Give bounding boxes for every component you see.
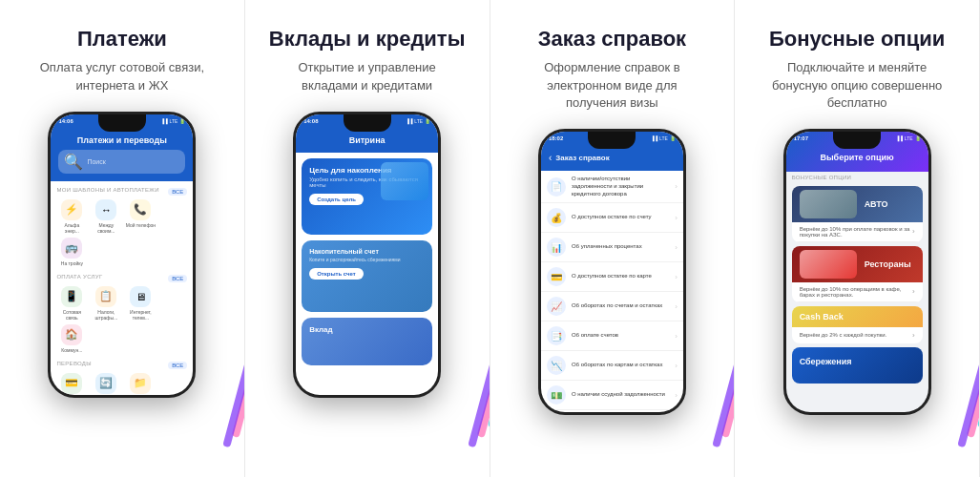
status-icons-2: ▐▐ LTE 🔋 [406, 118, 430, 124]
cert-item-4[interactable]: 📈 Об оборотах по счетам и остатках › [541, 292, 683, 321]
status-icons-3: ▐▐ LTE 🔋 [651, 135, 676, 141]
card-savings-goal[interactable]: Цель для накопления Удобно копить и след… [302, 158, 432, 235]
bonus-card-avto[interactable]: АВТО Вернём до 10% при оплате парковок и… [792, 186, 923, 242]
time-3: 18:02 [549, 135, 563, 141]
phone-mockup-bonus: 17:07 ▐▐ LTE 🔋 Выберите опцию БОНУСНЫЕ О… [783, 129, 931, 415]
cert-item-7[interactable]: 💵 О наличии ссудной задолженности › [541, 381, 683, 410]
time-4: 17:07 [794, 135, 808, 141]
status-bar-1: 14:06 ▐▐ LTE 🔋 [51, 114, 193, 124]
cert-chevron-6: › [675, 362, 678, 370]
cert-chevron-4: › [675, 302, 678, 311]
cert-text-7: О наличии ссудной задолженности [572, 391, 669, 399]
panel-payments: Платежи Оплата услуг сотовой связи, инте… [0, 0, 245, 477]
cert-text-1: О доступном остатке по счету [572, 214, 669, 221]
icon-mobile: 📱 [61, 286, 82, 307]
card-savings-account-sub: Копите и распоряжайтесь сбережениями [309, 257, 425, 262]
cert-text-3: О доступном остатке по карте [572, 273, 669, 280]
search-bar[interactable]: 🔍 Поиск [58, 150, 185, 174]
panel-payments-subtitle: Оплата услуг сотовой связи, интернета и … [27, 59, 218, 93]
icon-item[interactable]: ↔ Между своим... [91, 199, 121, 234]
savings-label: Сбережения [792, 347, 923, 376]
section1-vse[interactable]: ВСЕ [168, 188, 187, 196]
back-icon[interactable]: ‹ [549, 153, 552, 163]
cert-icon-1: 💰 [547, 208, 566, 227]
decoration-stripe-blue-2 [468, 354, 490, 448]
status-bar-2: 14:08 ▐▐ LTE 🔋 [296, 114, 438, 124]
cashback-arrow: › [912, 331, 915, 340]
cert-item-0[interactable]: 📄 О наличии/отсутствии задолженности и з… [541, 171, 683, 203]
cert-item-6[interactable]: 📉 Об оборотах по картам и остатках › [541, 351, 683, 381]
section3-vse[interactable]: ВСЕ [168, 362, 187, 369]
phone-deposits: 14:08 ▐▐ LTE 🔋 Витрина Цель для накоплен… [293, 112, 441, 398]
search-icon: 🔍 [64, 153, 83, 171]
icon-utilities-label: Коммун... [61, 347, 82, 353]
cert-text-6: Об оборотах по картам и остатках [572, 362, 669, 369]
card-deposit[interactable]: Вклад [302, 318, 432, 365]
icon-item[interactable]: 📱 Сотовая связь [56, 286, 87, 321]
time-1: 14:06 [58, 118, 73, 124]
icon-item[interactable]: 🚌 На тройку [56, 238, 87, 266]
cert-item-3[interactable]: 💳 О доступном остатке по карте › [541, 262, 683, 292]
cert-text-4: Об оборотах по счетам и остатках [572, 302, 669, 310]
panel-certificates-title: Заказ справок [538, 27, 686, 52]
section3-label: ПЕРЕВОДЫ [56, 361, 91, 366]
panel-bonus-title: Бонусные опции [769, 27, 945, 52]
bonus-card-cashback[interactable]: Cash Back Вернём до 2% с каждой покупки.… [792, 306, 923, 343]
screen-bonus: 17:07 ▐▐ LTE 🔋 Выберите опцию БОНУСНЫЕ О… [786, 132, 928, 412]
status-icons-1: ▐▐ LTE 🔋 [160, 118, 185, 124]
card-savings-account[interactable]: Накопительный счет Копите и распоряжайте… [302, 240, 432, 312]
card-savings-account-title: Накопительный счет [309, 248, 425, 255]
icon-item[interactable]: 📁 Открытие со счета... [125, 373, 156, 395]
panel-certificates: Заказ справок Оформление справок в элект… [490, 0, 736, 477]
icon-bus: 🚌 [61, 238, 82, 259]
cert-icon-4: 📈 [547, 297, 566, 316]
phone-mockup-payments: 14:06 ▐▐ LTE 🔋 Платежи и переводы 🔍 Поис… [48, 112, 196, 398]
icon-card-card: 🔄 [95, 373, 116, 394]
cashback-header: Cash Back [792, 306, 923, 327]
create-goal-button[interactable]: Создать цель [309, 194, 364, 205]
cert-icon-6: 📉 [547, 356, 566, 375]
icon-transfer-label: Между своим... [91, 222, 121, 234]
section1-label: МОИ ШАБЛОНЫ И АВТОПЛАТЕЖИ [56, 187, 158, 193]
section2-label: ОПЛАТА УСЛУГ [56, 274, 102, 280]
icon-item[interactable]: 🖥 Интернет, телев... [125, 286, 156, 321]
cert-item-2[interactable]: 📊 Об уплаченных процентах › [541, 233, 683, 262]
panel-deposits-subtitle: Открытие и управление вкладами и кредита… [272, 59, 463, 93]
card-deposit-title: Вклад [309, 325, 425, 334]
cert-icon-0: 📄 [547, 177, 566, 197]
cert-item-5[interactable]: 📑 Об оплате счетов › [541, 321, 683, 351]
icon-energy: ⚡ [61, 199, 82, 220]
avto-subtitle: Вернём до 10% при оплате парковок и за п… [800, 226, 912, 238]
template-icons: ⚡ Альфа энер... ↔ Между своим... 📞 Мой т… [56, 199, 187, 266]
icon-item[interactable]: 🔄 Перевод с карты на карту [91, 373, 121, 395]
avto-header: АВТО [792, 186, 923, 222]
panel-deposits-title: Вклады и кредиты [269, 27, 466, 52]
avto-label: АВТО [865, 199, 888, 209]
screen1-title: Платежи и переводы [58, 135, 185, 145]
icon-item[interactable]: 💳 Перевод между карт... [56, 373, 87, 395]
screen1-body: МОИ ШАБЛОНЫ И АВТОПЛАТЕЖИ ВСЕ ⚡ Альфа эн… [51, 181, 193, 395]
panel-bonus-subtitle: Подключайте и меняйте бонусную опцию сов… [761, 59, 952, 112]
open-account-button[interactable]: Открыть счет [309, 268, 364, 280]
cert-icon-3: 💳 [547, 267, 566, 286]
cert-icon-5: 📑 [547, 326, 566, 345]
restaurants-header: Рестораны [792, 246, 923, 282]
icon-phone-label: Мой телефон [126, 222, 156, 228]
icon-item[interactable]: 🏠 Коммун... [56, 324, 87, 353]
status-icons-4: ▐▐ LTE 🔋 [896, 135, 921, 141]
icon-mobile-label: Сотовая связь [56, 309, 87, 321]
screen-certificates: 18:02 ▐▐ LTE 🔋 ‹ Заказ справок 📄 О налич… [541, 132, 683, 412]
bonus-card-savings[interactable]: Сбережения [792, 347, 923, 384]
cashback-subtitle: Вернём до 2% с каждой покупки. [800, 332, 887, 338]
cashback-title: Cash Back [800, 312, 915, 321]
cert-item-1[interactable]: 💰 О доступном остатке по счету › [541, 203, 683, 233]
restaurants-body: Вернём до 10% по операциям в кафе, барах… [792, 282, 923, 302]
panel-deposits: Вклады и кредиты Открытие и управление в… [245, 0, 490, 477]
section2-row: ОПЛАТА УСЛУГ ВСЕ [56, 274, 187, 283]
bonus-card-restaurants[interactable]: Рестораны Вернём до 10% по операциям в к… [792, 246, 923, 302]
icon-item[interactable]: 📋 Налоги, штрафы... [91, 286, 121, 321]
restaurants-arrow: › [912, 287, 915, 296]
section2-vse[interactable]: ВСЕ [168, 275, 187, 282]
icon-item[interactable]: ⚡ Альфа энер... [56, 199, 87, 234]
icon-item[interactable]: 📞 Мой телефон [125, 199, 156, 234]
